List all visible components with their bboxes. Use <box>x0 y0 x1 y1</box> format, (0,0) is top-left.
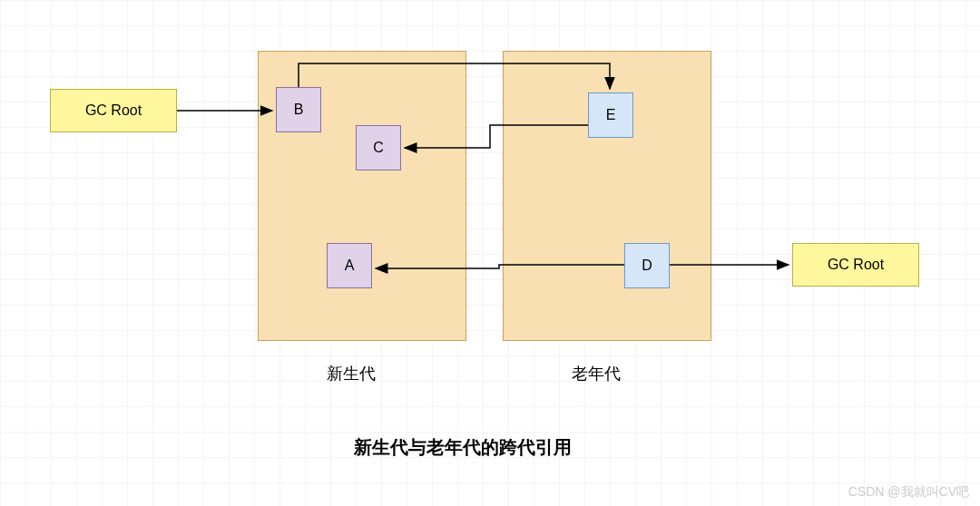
watermark: CSDN @我就叫CV吧 <box>848 484 969 501</box>
old-gen-label: 老年代 <box>572 363 621 384</box>
node-e-label: E <box>606 107 616 123</box>
node-d-label: D <box>642 258 652 274</box>
node-a: A <box>327 243 372 288</box>
node-e: E <box>588 92 633 138</box>
node-b: B <box>276 87 321 132</box>
node-d: D <box>624 243 670 288</box>
gc-root-left: GC Root <box>50 89 177 132</box>
gc-root-right: GC Root <box>792 243 919 287</box>
node-c-label: C <box>373 140 384 156</box>
diagram-caption: 新生代与老年代的跨代引用 <box>354 435 572 460</box>
gc-root-right-label: GC Root <box>828 257 884 273</box>
node-c: C <box>356 125 401 170</box>
gc-root-left-label: GC Root <box>85 102 142 119</box>
node-a-label: A <box>345 258 355 274</box>
young-gen-label: 新生代 <box>327 363 376 384</box>
node-b-label: B <box>294 102 304 118</box>
